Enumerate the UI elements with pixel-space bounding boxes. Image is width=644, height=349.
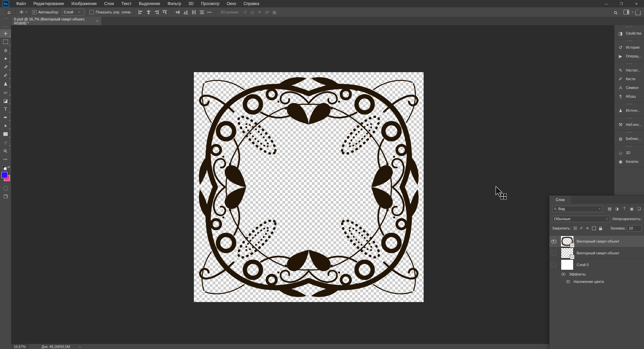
layer-name[interactable]: Векторный смарт-объект [577, 251, 620, 255]
panel-brush-settings[interactable]: ✎Настро... [614, 66, 644, 74]
zoom-level-field[interactable]: 16,67% [11, 344, 29, 349]
align-middle-vertical-button[interactable] [175, 10, 180, 14]
filter-type-layers-icon[interactable]: T [622, 206, 627, 211]
align-top-button[interactable] [162, 10, 167, 14]
panel-character[interactable]: AСимвол [614, 83, 644, 92]
lock-transparency-icon[interactable] [574, 227, 577, 230]
document-canvas[interactable] [194, 72, 424, 302]
panel-3d[interactable]: ◇3D [614, 148, 644, 157]
tool-eraser[interactable]: ▱ [0, 88, 11, 96]
active-tool-icon[interactable]: ✛ [18, 8, 25, 16]
panel-channels[interactable]: ◉Каналы [614, 157, 644, 166]
align-left-button[interactable] [138, 10, 143, 14]
menu-window[interactable]: Окно [223, 0, 240, 7]
panel-tool-presets[interactable]: ⚒Наб.инс... [614, 120, 644, 129]
menu-help[interactable]: Справка [240, 0, 263, 7]
close-button[interactable]: ✕ [629, 0, 644, 7]
menu-3d[interactable]: 3D [185, 0, 197, 7]
share-icon[interactable] [635, 11, 641, 15]
opacity-field[interactable]: 10 [643, 216, 644, 222]
menu-image[interactable]: Изображение [68, 0, 101, 7]
default-and-swap-colors[interactable]: ⇄ [2, 165, 10, 170]
filter-adjustment-layers-icon[interactable]: ◑ [614, 206, 620, 211]
lock-all-icon[interactable] [599, 228, 602, 230]
close-tab-icon[interactable]: ✕ [96, 19, 99, 23]
canvas-workspace[interactable] [11, 25, 614, 344]
layer-row-vector-smart-object-2[interactable]: ❏ Векторный смарт-объект [549, 247, 644, 259]
lock-position-icon[interactable]: ✛ [586, 226, 589, 231]
status-options-chevron[interactable]: › [79, 345, 80, 349]
layer-thumbnail[interactable] [561, 259, 574, 270]
minimize-button[interactable]: — [599, 0, 614, 7]
tool-magic-wand[interactable]: ✦ [0, 54, 11, 63]
panel-libraries[interactable]: ◍Библио... [614, 134, 644, 143]
layer-thumbnail[interactable]: ❏ [561, 248, 574, 258]
panel-paragraph[interactable]: ¶Абзац [614, 92, 644, 101]
menu-file[interactable]: Файл [12, 0, 30, 7]
panel-properties[interactable]: ◨Свойства [614, 29, 644, 38]
eye-icon[interactable] [561, 273, 566, 276]
swap-colors-icon[interactable]: ⇄ [7, 165, 10, 169]
menu-layers[interactable]: Слои [101, 0, 118, 7]
layer-name[interactable]: Векторный смарт-объект [577, 239, 620, 243]
tool-lasso[interactable]: σ [0, 46, 11, 54]
panel-actions[interactable]: ▶Операц... [614, 52, 644, 60]
filter-shape-layers-icon[interactable]: ▣ [629, 206, 634, 211]
home-icon[interactable]: ⌂ [5, 8, 13, 16]
tool-clone-stamp[interactable]: ♟ [0, 80, 11, 88]
layers-tab[interactable]: Слои [549, 196, 571, 204]
align-center-horizontal-button[interactable] [146, 10, 151, 14]
menu-filter[interactable]: Фильтр [164, 0, 185, 7]
tool-brush[interactable]: ✐ [0, 71, 11, 80]
tool-move[interactable]: ✛ [0, 29, 11, 38]
lock-paint-icon[interactable]: ✐ [580, 226, 583, 231]
layer-filter-dropdown[interactable]: ⚲ Вид ∨ [552, 206, 602, 212]
effects-row[interactable]: Эффекты [549, 270, 644, 278]
autoselect-checkbox[interactable]: ✓ [32, 10, 37, 14]
layer-name[interactable]: Слой 0 [577, 263, 589, 267]
tool-rectangular-marquee[interactable] [0, 38, 11, 46]
align-right-button[interactable] [154, 10, 159, 14]
filter-smart-objects-icon[interactable]: ❏ [637, 206, 642, 211]
menu-type[interactable]: Текст [118, 0, 135, 7]
tool-pen[interactable]: ✒ [0, 113, 11, 121]
search-icon[interactable]: ⚲ [612, 7, 623, 17]
align-options-ellipsis-button[interactable]: ••• [206, 8, 213, 16]
autoselect-target-dropdown[interactable]: Слой ∨ [62, 9, 85, 16]
tool-hand[interactable]: ☝ [0, 138, 11, 147]
filter-pixel-layers-icon[interactable]: ▤ [607, 206, 612, 211]
panel-brushes[interactable]: ✐Кисти [614, 74, 644, 83]
panel-history[interactable]: ↺История [614, 43, 644, 52]
layer-row-vector-smart-object-1[interactable]: ❏ Векторный смарт-объект [549, 235, 644, 247]
tool-paint-bucket[interactable]: ◪ [0, 96, 11, 105]
eye-icon[interactable] [566, 280, 571, 283]
menu-view[interactable]: Просмотр [197, 0, 223, 7]
tool-preset-chevron-icon[interactable]: ∨ [25, 11, 27, 13]
visibility-toggle[interactable] [549, 236, 558, 247]
menu-edit[interactable]: Редактирование [30, 0, 68, 7]
layer-row-layer-0[interactable]: Слой 0 [549, 259, 644, 270]
restore-button[interactable]: ❐ [614, 0, 629, 7]
tool-eyedropper[interactable]: ✎ [0, 63, 11, 71]
tool-rectangle-shape[interactable] [0, 130, 11, 138]
quick-mask-button[interactable] [0, 184, 11, 192]
blend-mode-dropdown[interactable]: Обычные ∨ [552, 216, 610, 222]
align-bottom-button[interactable] [183, 10, 188, 14]
chevron-down-icon[interactable]: ∨ [632, 11, 633, 13]
tool-zoom[interactable]: ⚲ [0, 147, 11, 155]
layer-thumbnail[interactable]: ❏ [561, 236, 574, 247]
lock-artboard-icon[interactable] [592, 227, 596, 230]
fill-field[interactable]: 10 [627, 225, 642, 232]
tool-path-selection[interactable]: ➤ [0, 121, 11, 130]
panel-clone-source[interactable]: ♟Источн... [614, 106, 644, 115]
tool-type[interactable]: T [0, 105, 11, 113]
distribute-horizontal-button[interactable] [192, 10, 196, 14]
foreground-color-swatch[interactable] [1, 172, 8, 178]
edit-toolbar-button[interactable]: ••• [0, 155, 11, 163]
workspace-switcher-icon[interactable] [624, 10, 629, 14]
visibility-toggle[interactable] [549, 247, 558, 259]
color-overlay-effect-row[interactable]: Наложение цвета [549, 278, 644, 285]
show-transform-controls-checkbox[interactable] [90, 10, 94, 14]
screen-mode-button[interactable]: ❐ [0, 192, 11, 201]
menu-select[interactable]: Выделение [135, 0, 164, 7]
